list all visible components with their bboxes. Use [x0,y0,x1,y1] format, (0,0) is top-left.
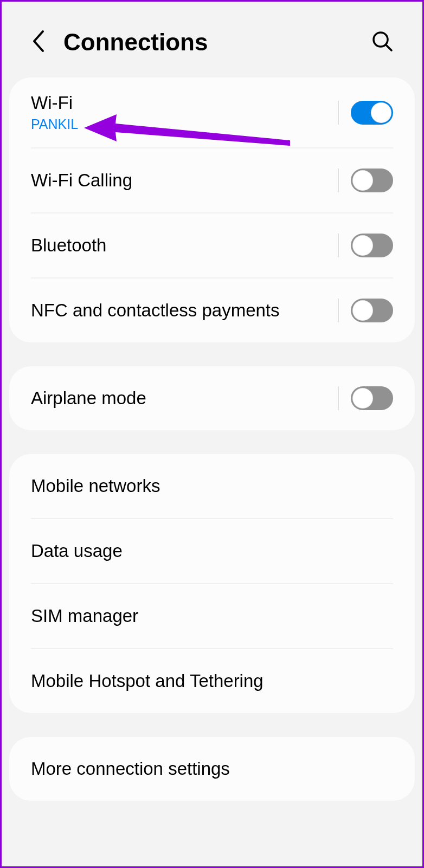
vertical-divider [338,234,339,257]
sim-manager-row[interactable]: SIM manager [9,584,415,648]
bluetooth-row[interactable]: Bluetooth [9,213,415,277]
connections-card-2: Airplane mode [9,366,415,430]
back-icon[interactable] [31,29,46,55]
more-connection-settings-title: More connection settings [31,759,230,779]
vertical-divider [338,386,339,410]
wifi-calling-toggle[interactable] [351,169,393,192]
vertical-divider [338,101,339,125]
hotspot-tethering-title: Mobile Hotspot and Tethering [31,671,264,691]
wifi-toggle-group [338,101,393,125]
airplane-mode-label-group: Airplane mode [31,388,146,409]
vertical-divider [338,299,339,322]
connections-card-3: Mobile networks Data usage SIM manager M… [9,454,415,713]
mobile-networks-row[interactable]: Mobile networks [9,454,415,518]
data-usage-label-group: Data usage [31,541,123,561]
wifi-subtitle: PANKIL [31,116,78,132]
header-left: Connections [31,29,208,56]
wifi-label-group: Wi-Fi PANKIL [31,93,78,132]
connections-card-1: Wi-Fi PANKIL Wi-Fi Calling Bluetooth NFC… [9,77,415,342]
bluetooth-toggle[interactable] [351,234,393,257]
wifi-title: Wi-Fi [31,93,78,113]
bluetooth-label-group: Bluetooth [31,235,106,256]
connections-card-4: More connection settings [9,737,415,801]
airplane-mode-toggle[interactable] [351,386,393,410]
airplane-mode-row[interactable]: Airplane mode [9,366,415,430]
search-icon[interactable] [371,30,393,54]
airplane-mode-toggle-group [338,386,393,410]
mobile-networks-title: Mobile networks [31,476,160,496]
nfc-toggle[interactable] [351,299,393,322]
hotspot-tethering-label-group: Mobile Hotspot and Tethering [31,671,264,691]
wifi-calling-toggle-group [338,169,393,192]
wifi-calling-row[interactable]: Wi-Fi Calling [9,148,415,212]
nfc-title: NFC and contactless payments [31,300,280,321]
nfc-row[interactable]: NFC and contactless payments [9,278,415,342]
data-usage-title: Data usage [31,541,123,561]
more-connection-settings-row[interactable]: More connection settings [9,737,415,801]
mobile-networks-label-group: Mobile networks [31,476,160,496]
wifi-toggle[interactable] [351,101,393,125]
vertical-divider [338,169,339,192]
airplane-mode-title: Airplane mode [31,388,146,409]
wifi-calling-label-group: Wi-Fi Calling [31,170,132,191]
bluetooth-title: Bluetooth [31,235,106,256]
page-title: Connections [63,29,208,56]
header: Connections [2,2,422,77]
sim-manager-label-group: SIM manager [31,606,138,626]
bluetooth-toggle-group [338,234,393,257]
hotspot-tethering-row[interactable]: Mobile Hotspot and Tethering [9,649,415,713]
wifi-calling-title: Wi-Fi Calling [31,170,132,191]
nfc-toggle-group [338,299,393,322]
wifi-row[interactable]: Wi-Fi PANKIL [9,77,415,147]
more-connection-settings-label-group: More connection settings [31,759,230,779]
sim-manager-title: SIM manager [31,606,138,626]
nfc-label-group: NFC and contactless payments [31,300,280,321]
data-usage-row[interactable]: Data usage [9,519,415,583]
